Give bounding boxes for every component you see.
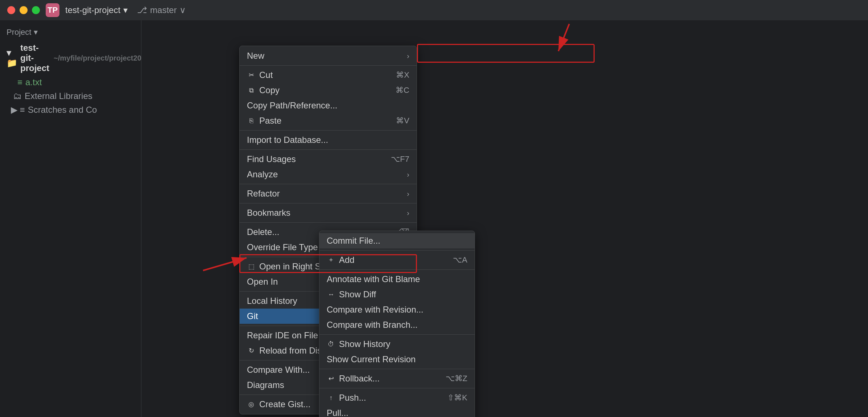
external-lib-icon: 🗂 (13, 91, 22, 101)
git-show-current-revision-label: Show Current Revision (327, 354, 416, 364)
menu-item-create-gist-label: ◎ Create Gist... (247, 399, 310, 409)
menu-item-new[interactable]: New › (240, 48, 417, 63)
git-menu-item-push[interactable]: ↑ Push... ⇧⌘K (319, 390, 475, 405)
sidebar: Project ▾ ▾ 📁 test-git-project ~/myfile/… (0, 20, 141, 417)
scissors-icon: ✂ (247, 71, 256, 79)
menu-item-copy[interactable]: ⧉ Copy ⌘C (240, 83, 417, 98)
menu-item-override-file-type-label: Override File Type (247, 242, 318, 252)
submenu-arrow-refactor: › (407, 190, 409, 198)
arrow-to-commit-file (468, 20, 584, 100)
split-icon: ⬚ (247, 262, 256, 271)
menu-item-find-usages-label: Find Usages (247, 154, 296, 164)
find-usages-shortcut: ⌥F7 (391, 154, 409, 164)
menu-item-new-label: New (247, 51, 264, 61)
external-libraries-item[interactable]: 🗂 External Libraries (0, 89, 141, 103)
menu-item-find-usages[interactable]: Find Usages ⌥F7 (240, 152, 417, 167)
git-menu-item-show-current-revision[interactable]: Show Current Revision (319, 352, 475, 367)
divider-2 (240, 130, 417, 131)
git-commit-file-label: Commit File... (327, 236, 380, 246)
git-menu-item-rollback[interactable]: ↩ Rollback... ⌥⌘Z (319, 371, 475, 386)
divider-5 (240, 203, 417, 203)
diff-icon: ↔ (327, 290, 335, 299)
menu-item-import-label: Import to Database... (247, 135, 328, 145)
git-push-shortcut: ⇧⌘K (447, 393, 467, 402)
menu-item-git-label: Git (247, 311, 258, 321)
menu-item-refactor-label: Refactor (247, 189, 280, 199)
git-annotate-label: Annotate with Git Blame (327, 274, 420, 284)
project-root-item[interactable]: ▾ 📁 test-git-project ~/myfile/project/pr… (0, 41, 141, 75)
menu-item-refactor[interactable]: Refactor › (240, 186, 417, 201)
git-rollback-shortcut: ⌥⌘Z (446, 374, 467, 383)
git-divider-5 (319, 388, 475, 388)
push-icon: ↑ (327, 393, 335, 402)
git-add-shortcut: ⌥A (453, 255, 467, 265)
submenu-arrow-bookmarks: › (407, 209, 409, 217)
branch-chevron-icon: ∨ (179, 5, 186, 15)
menu-item-paste[interactable]: ⎘ Paste ⌘V (240, 113, 417, 128)
folder-icon: ▾ 📁 (7, 48, 17, 68)
gist-icon: ◎ (247, 400, 256, 409)
branch-icon: ⎇ (137, 5, 147, 15)
paste-icon: ⎘ (247, 116, 256, 125)
rollback-icon: ↩ (327, 374, 335, 383)
main-area: Project ▾ ▾ 📁 test-git-project ~/myfile/… (0, 20, 868, 417)
project-root-label: test-git-project (20, 43, 49, 73)
file-label: a.txt (25, 77, 42, 87)
git-menu-item-pull[interactable]: Pull... (319, 405, 475, 417)
plus-icon: + (327, 256, 335, 264)
menu-item-import[interactable]: Import to Database... (240, 132, 417, 148)
menu-item-local-history-label: Local History (247, 296, 297, 306)
project-panel-header[interactable]: Project ▾ (0, 24, 141, 41)
branch-info[interactable]: ⎇ master ∨ (137, 5, 186, 15)
menu-item-copy-path[interactable]: Copy Path/Reference... (240, 98, 417, 113)
divider-1 (240, 65, 417, 66)
content-area: New › ✂ Cut ⌘X ⧉ Copy ⌘C Copy Path/Refer… (141, 20, 868, 417)
minimize-button[interactable] (20, 6, 28, 14)
menu-item-compare-with-label: Compare With... (247, 365, 310, 375)
git-divider-1 (319, 250, 475, 251)
menu-item-analyze[interactable]: Analyze › (240, 167, 417, 182)
menu-item-copy-path-label: Copy Path/Reference... (247, 100, 337, 111)
git-menu-item-annotate[interactable]: Annotate with Git Blame (319, 272, 475, 287)
project-name[interactable]: test-git-project ▾ (65, 5, 128, 15)
project-chevron-icon: ▾ (123, 5, 128, 15)
maximize-button[interactable] (32, 6, 40, 14)
menu-item-paste-label: ⎘ Paste (247, 116, 281, 126)
git-menu-item-add[interactable]: + Add ⌥A (319, 252, 475, 268)
scratches-item[interactable]: ▶ ≡ Scratches and Co (0, 103, 141, 117)
copy-icon: ⧉ (247, 86, 256, 95)
git-push-label: ↑ Push... (327, 393, 366, 403)
git-divider-2 (319, 269, 475, 270)
git-menu-item-commit-file[interactable]: Commit File... (319, 233, 475, 248)
scratches-icon: ▶ ≡ (11, 105, 25, 115)
git-menu-item-compare-revision[interactable]: Compare with Revision... (319, 302, 475, 317)
project-badge: TP (46, 3, 59, 17)
branch-name-label: master (150, 5, 177, 15)
menu-item-bookmarks[interactable]: Bookmarks › (240, 205, 417, 220)
menu-item-reload-disk-label: ↻ Reload from Disk (247, 346, 326, 356)
menu-item-bookmarks-label: Bookmarks (247, 208, 290, 218)
git-rollback-label: ↩ Rollback... (327, 373, 380, 384)
git-compare-branch-label: Compare with Branch... (327, 320, 418, 330)
close-button[interactable] (7, 6, 15, 14)
divider-3 (240, 149, 417, 150)
menu-item-cut[interactable]: ✂ Cut ⌘X (240, 67, 417, 83)
project-name-label: test-git-project (65, 5, 120, 15)
git-menu-item-show-diff[interactable]: ↔ Show Diff (319, 287, 475, 302)
menu-item-diagrams-label: Diagrams (247, 380, 284, 390)
menu-item-delete-label: Delete... (247, 227, 279, 237)
menu-item-cut-label: ✂ Cut (247, 70, 273, 80)
external-lib-label: External Libraries (25, 91, 92, 101)
menu-item-analyze-label: Analyze (247, 169, 278, 179)
git-menu-item-compare-branch[interactable]: Compare with Branch... (319, 317, 475, 333)
history-icon: ⏱ (327, 340, 335, 348)
git-menu-item-show-history[interactable]: ⏱ Show History (319, 337, 475, 352)
git-add-label: + Add (327, 255, 355, 265)
cut-shortcut: ⌘X (396, 70, 409, 80)
commit-file-highlight-box (417, 44, 595, 63)
project-panel-label: Project ▾ (7, 28, 38, 37)
reload-icon: ↻ (247, 346, 256, 355)
menu-item-repair-ide-label: Repair IDE on File (247, 330, 318, 340)
file-item-a-txt[interactable]: ≡ a.txt (0, 75, 141, 89)
git-pull-label: Pull... (327, 408, 348, 417)
